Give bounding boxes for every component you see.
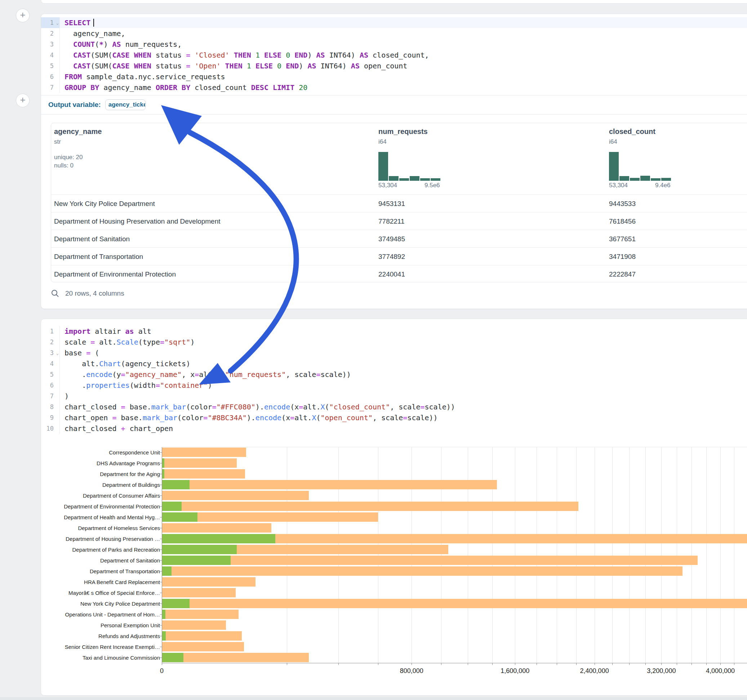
bar-open <box>162 556 231 565</box>
code-line[interactable]: 7) <box>41 391 747 401</box>
y-axis-label: Taxi and Limousine Commission <box>41 655 160 661</box>
code-line[interactable]: 3⌄base = ( <box>41 347 747 358</box>
code-line[interactable]: 8chart_closed = base.mark_bar(color="#FF… <box>41 401 747 412</box>
x-axis-label: 2,400,000 <box>580 667 609 675</box>
code-line[interactable]: 6 .properties(width="container") <box>41 380 747 391</box>
python-editor[interactable]: 1import altair as alt2scale = alt.Scale(… <box>41 319 747 434</box>
search-icon[interactable] <box>51 289 59 298</box>
y-axis-tick <box>160 614 162 615</box>
column-type: str <box>54 138 61 145</box>
code-line[interactable]: 1⌄SELECT <box>41 17 747 28</box>
line-number: 4 <box>41 50 60 60</box>
bar-open <box>162 512 198 522</box>
x-axis-label: 0 <box>160 667 163 675</box>
bar-closed <box>162 502 578 511</box>
line-number: 1⌄ <box>41 17 60 28</box>
gridline <box>557 447 557 663</box>
x-axis-tick <box>468 663 468 665</box>
x-axis-tick <box>287 663 287 665</box>
table-cell: Department of Environmental Protection <box>54 270 176 278</box>
gridline <box>661 447 662 663</box>
line-number: 6 <box>41 380 60 391</box>
y-axis-tick <box>160 506 162 507</box>
code-text: FROM sample_data.nyc.service_requests <box>60 71 747 82</box>
y-axis-tick <box>160 571 162 572</box>
sql-cell: 1⌄SELECT2 agency_name,3 COUNT(*) AS num_… <box>41 14 747 309</box>
y-axis-tick <box>160 485 162 485</box>
y-axis-label: Department for the Aging <box>41 471 160 477</box>
hist-max-label: 9.4e6 <box>655 182 671 189</box>
bar-open <box>162 459 164 468</box>
table-row[interactable]: Department of Housing Preservation and D… <box>51 212 747 230</box>
bar-open <box>162 631 166 641</box>
table-row[interactable]: Department of Environmental Protection22… <box>51 265 747 283</box>
code-line[interactable]: 5 CAST(SUM(CASE WHEN status = 'Open' THE… <box>41 60 747 71</box>
add-cell-button[interactable]: + <box>16 9 30 22</box>
y-axis-label: Department of Health and Mental Hyg… <box>41 514 160 520</box>
column-header[interactable]: num_requests <box>378 127 428 136</box>
code-line[interactable]: 2scale = alt.Scale(type="sqrt") <box>41 337 747 347</box>
line-number: 7 <box>41 391 60 401</box>
code-line[interactable]: 5 .encode(y="agency_name", x=alt.X("num_… <box>41 369 747 380</box>
bar-closed <box>162 599 747 608</box>
output-variable-input[interactable]: agency_tickets <box>105 100 145 110</box>
table-row[interactable]: New York City Police Department945313194… <box>51 195 747 213</box>
code-text: CAST(SUM(CASE WHEN status = 'Open' THEN … <box>60 60 747 71</box>
sql-editor[interactable]: 1⌄SELECT2 agency_name,3 COUNT(*) AS num_… <box>41 14 747 93</box>
plot-top-edge <box>162 447 747 447</box>
fold-chevron-icon[interactable]: ⌄ <box>56 18 59 29</box>
code-text: ) <box>60 391 747 401</box>
gridline <box>646 447 646 663</box>
y-axis-tick <box>160 528 162 528</box>
y-axis-tick <box>160 658 162 658</box>
gridline <box>492 447 493 663</box>
code-line[interactable]: 1import altair as alt <box>41 326 747 337</box>
table-cell: 3677651 <box>609 235 636 243</box>
code-line[interactable]: 10chart_closed + chart_open <box>41 423 747 434</box>
bar-closed <box>162 448 246 457</box>
gridline <box>629 447 629 663</box>
column-header[interactable]: agency_name <box>54 127 101 136</box>
code-text: SELECT <box>60 17 747 28</box>
gridline <box>378 447 378 663</box>
bar-open <box>162 653 183 662</box>
code-line[interactable]: 7GROUP BY agency_name ORDER BY closed_co… <box>41 82 747 93</box>
x-axis-tick <box>646 663 646 665</box>
add-cell-button[interactable]: + <box>16 94 30 107</box>
code-line[interactable]: 3 COUNT(*) AS num_requests, <box>41 39 747 50</box>
code-text: scale = alt.Scale(type="sqrt") <box>60 337 747 347</box>
column-header[interactable]: closed_count <box>609 127 655 136</box>
gridline <box>594 447 595 663</box>
y-axis-tick <box>160 452 162 453</box>
bar-closed <box>162 653 309 662</box>
x-axis-tick <box>594 663 595 665</box>
code-line[interactable]: 9chart_open = base.mark_bar(color="#8BC3… <box>41 412 747 423</box>
code-text: GROUP BY agency_name ORDER BY closed_cou… <box>60 82 747 93</box>
bar-open <box>162 480 189 489</box>
fold-chevron-icon[interactable]: ⌄ <box>56 348 59 359</box>
notebook-page: + + 1⌄SELECT2 agency_name,3 COUNT(*) AS … <box>0 0 747 700</box>
y-axis-tick <box>160 474 162 474</box>
code-text: chart_closed = base.mark_bar(color="#FFC… <box>60 401 747 412</box>
gridline <box>441 447 442 663</box>
table-cell: Department of Transportation <box>54 253 143 261</box>
gridline <box>612 447 612 663</box>
y-axis-tick <box>160 463 162 463</box>
line-number: 1 <box>41 326 60 337</box>
y-axis-label: Operations Unit - Department of Hom… <box>41 611 160 617</box>
bar-open <box>162 566 171 576</box>
y-axis-label: Correspondence Unit <box>41 450 160 456</box>
code-line[interactable]: 4 CAST(SUM(CASE WHEN status = 'Closed' T… <box>41 50 747 60</box>
y-axis-tick <box>160 625 162 626</box>
table-row[interactable]: Department of Sanitation37494853677651 <box>51 230 747 248</box>
y-axis-label: Senior Citizen Rent Increase Exempti… <box>41 644 160 650</box>
table-row[interactable]: Department of Transportation377489234719… <box>51 247 747 266</box>
y-axis-label: Department of Parks and Recreation <box>41 547 160 553</box>
bar-closed <box>162 534 747 543</box>
table-cell: 3749485 <box>378 235 405 243</box>
code-line[interactable]: 4 alt.Chart(agency_tickets) <box>41 358 747 369</box>
y-axis-line <box>162 447 162 663</box>
code-line[interactable]: 2 agency_name, <box>41 28 747 39</box>
code-line[interactable]: 6FROM sample_data.nyc.service_requests <box>41 71 747 82</box>
code-text: .encode(y="agency_name", x=alt.X("num_re… <box>60 369 747 380</box>
